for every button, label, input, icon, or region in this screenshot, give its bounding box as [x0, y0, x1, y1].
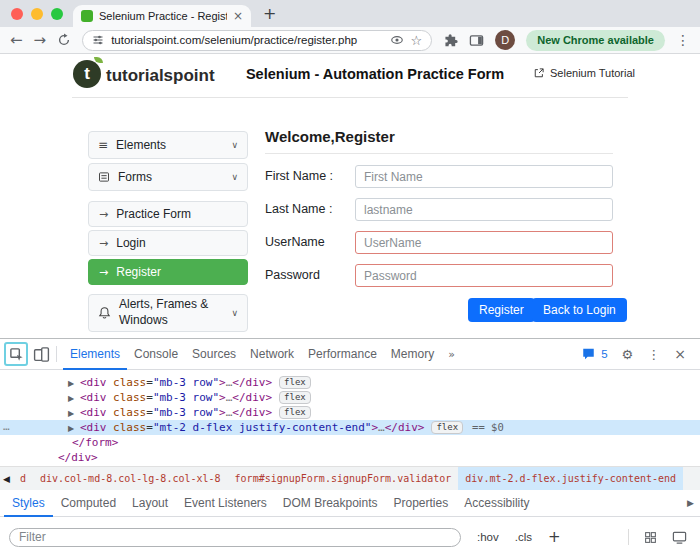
- tag-bracket-token: >: [219, 391, 226, 404]
- browser-tab[interactable]: Selenium Practice - Register ×: [73, 5, 251, 27]
- devtools-toolbar-right: 5 ⚙ ⋮ ×: [581, 346, 692, 362]
- dom-tree-row-selected[interactable]: ▶<div class="mt-2 d-flex justify-content…: [0, 420, 700, 435]
- arrow-right-icon: →: [99, 208, 108, 221]
- breadcrumb-item[interactable]: d: [13, 467, 33, 491]
- grid-overlay-icon[interactable]: [644, 531, 657, 544]
- flex-badge[interactable]: flex: [279, 376, 311, 389]
- register-button[interactable]: Register: [468, 298, 535, 322]
- dom-tree-row[interactable]: </form>: [0, 435, 700, 450]
- tag-open-token: <div: [80, 406, 107, 419]
- dom-tree-row[interactable]: ▶<div class="mb-3 row">…</div>flex: [0, 375, 700, 390]
- tab-event-listeners[interactable]: Event Listeners: [176, 490, 275, 517]
- expand-arrow-icon[interactable]: ▶: [68, 421, 80, 436]
- zoom-window-button[interactable]: [51, 8, 63, 20]
- sidebar-item-login[interactable]: → Login: [88, 230, 248, 256]
- tab-dom-breakpoints[interactable]: DOM Breakpoints: [275, 490, 386, 517]
- password-field[interactable]: [355, 264, 613, 287]
- tab-styles[interactable]: Styles: [4, 490, 53, 517]
- toolbar-divider: [628, 529, 629, 545]
- browser-toolbar: ← → tutorialspoint.com/selenium/practice…: [0, 27, 700, 54]
- breadcrumb-scroll-left-icon[interactable]: ◀: [0, 474, 13, 484]
- selenium-favicon-icon: [81, 10, 93, 22]
- address-bar[interactable]: tutorialspoint.com/selenium/practice/reg…: [82, 30, 432, 51]
- sidebar-item-practice-form[interactable]: → Practice Form: [88, 201, 248, 227]
- sidebar-item-elements[interactable]: ≡ Elements ∨: [88, 131, 248, 159]
- breadcrumb-item[interactable]: div.col-md-8.col-lg-8.col-xl-8: [33, 467, 228, 491]
- close-window-button[interactable]: [11, 8, 23, 20]
- selenium-tutorial-link[interactable]: Selenium Tutorial: [533, 67, 635, 79]
- username-label: UserName: [265, 235, 325, 249]
- tab-memory[interactable]: Memory: [384, 339, 441, 370]
- equals-token: =: [146, 376, 153, 389]
- gear-icon[interactable]: ⚙: [622, 347, 634, 362]
- flex-badge[interactable]: flex: [279, 391, 311, 404]
- new-style-rule-button[interactable]: +: [548, 530, 561, 545]
- tab-layout[interactable]: Layout: [124, 490, 176, 517]
- browser-menu-icon[interactable]: ⋮: [676, 32, 690, 48]
- screen-emulation-icon[interactable]: [672, 530, 687, 545]
- node-actions-icon[interactable]: …: [3, 420, 10, 433]
- more-tabs-icon[interactable]: »: [441, 348, 462, 361]
- tab-sources[interactable]: Sources: [185, 339, 243, 370]
- side-panel-icon[interactable]: [469, 33, 484, 48]
- sidebar-item-forms[interactable]: Forms ∨: [88, 163, 248, 191]
- forward-button[interactable]: →: [34, 33, 47, 48]
- chrome-update-button[interactable]: New Chrome available: [526, 30, 665, 51]
- back-to-login-button[interactable]: Back to Login: [532, 298, 627, 322]
- devtools-close-icon[interactable]: ×: [674, 346, 686, 362]
- new-tab-button[interactable]: +: [263, 6, 276, 22]
- profile-avatar[interactable]: D: [495, 30, 515, 50]
- flex-badge[interactable]: flex: [431, 421, 463, 434]
- username-field[interactable]: [355, 231, 613, 254]
- inline-expand-button[interactable]: …: [378, 421, 385, 434]
- last-name-field[interactable]: [355, 198, 613, 221]
- expand-arrow-icon[interactable]: ▶: [68, 406, 80, 421]
- issues-message-icon[interactable]: [581, 347, 596, 361]
- extensions-icon[interactable]: [443, 33, 458, 48]
- devtools-menu-icon[interactable]: ⋮: [647, 347, 660, 362]
- tab-elements[interactable]: Elements: [63, 339, 127, 370]
- browser-window: Selenium Practice - Register × + ← → tut…: [0, 0, 700, 556]
- tabs-overflow-icon[interactable]: ▶: [687, 498, 694, 508]
- dom-tree-row[interactable]: </div>: [0, 450, 700, 465]
- tab-accessibility[interactable]: Accessibility: [456, 490, 537, 517]
- sidebar-item-register[interactable]: → Register: [88, 259, 248, 285]
- device-toolbar-button[interactable]: [33, 346, 50, 363]
- reload-button[interactable]: [57, 33, 71, 47]
- last-name-label: Last Name :: [265, 202, 332, 216]
- inspect-element-button[interactable]: [4, 342, 28, 366]
- tab-network[interactable]: Network: [243, 339, 301, 370]
- tab-computed[interactable]: Computed: [53, 490, 124, 517]
- tab-performance[interactable]: Performance: [301, 339, 384, 370]
- bookmark-star-icon[interactable]: ☆: [411, 33, 423, 48]
- header-divider: [72, 97, 628, 98]
- styles-filter-bar: :hov .cls +: [0, 517, 700, 556]
- tutorialspoint-logo[interactable]: t: [73, 60, 101, 88]
- dom-tree-row[interactable]: ▶<div class="mb-3 row">…</div>flex: [0, 405, 700, 420]
- back-button[interactable]: ←: [10, 33, 23, 48]
- attr-name-token: class: [107, 406, 147, 419]
- brand-name[interactable]: tutorialspoint: [106, 66, 215, 86]
- styles-filter-input[interactable]: [9, 528, 461, 547]
- tab-console[interactable]: Console: [127, 339, 185, 370]
- expand-arrow-icon[interactable]: ▶: [68, 391, 80, 406]
- site-settings-icon[interactable]: [92, 34, 104, 46]
- expand-arrow-icon[interactable]: ▶: [68, 376, 80, 391]
- bell-icon: [98, 306, 111, 320]
- tag-close-token: </div>: [232, 406, 272, 419]
- tab-properties[interactable]: Properties: [386, 490, 457, 517]
- toggle-hover-state-button[interactable]: :hov: [477, 531, 499, 543]
- attr-name-token: class: [107, 421, 147, 434]
- first-name-field[interactable]: [355, 165, 613, 188]
- breadcrumb-item[interactable]: form#signupForm.signupForm.validator: [228, 467, 459, 491]
- url-text[interactable]: tutorialspoint.com/selenium/practice/reg…: [111, 34, 382, 46]
- toggle-classes-button[interactable]: .cls: [515, 531, 532, 543]
- sidebar-item-alerts[interactable]: Alerts, Frames & Windows ∨: [88, 294, 248, 332]
- chevron-down-icon: ∨: [231, 172, 238, 182]
- password-eye-icon[interactable]: [390, 33, 404, 47]
- tab-close-icon[interactable]: ×: [233, 9, 243, 23]
- minimize-window-button[interactable]: [31, 8, 43, 20]
- breadcrumb-item-selected[interactable]: div.mt-2.d-flex.justify-content-end: [458, 467, 683, 491]
- flex-badge[interactable]: flex: [279, 406, 311, 419]
- dom-tree-row[interactable]: ▶<div class="mb-3 row">…</div>flex: [0, 390, 700, 405]
